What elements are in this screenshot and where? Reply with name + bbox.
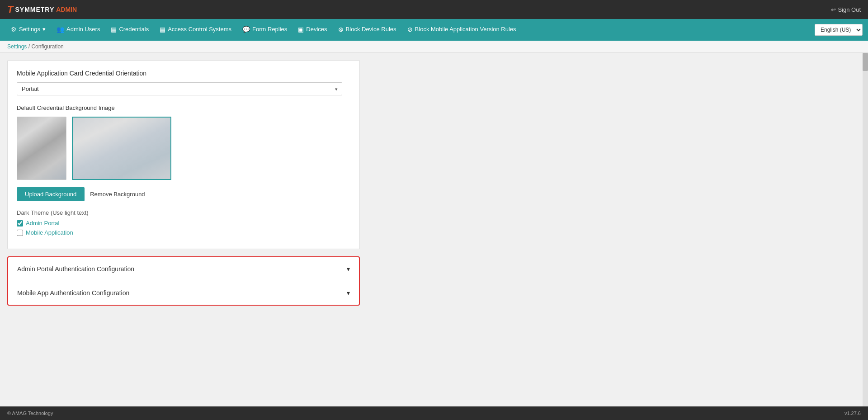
orientation-select[interactable]: Portait Landscape: [17, 82, 342, 95]
mobile-auth-title: Mobile App Authentication Configuration: [17, 289, 129, 297]
orientation-select-wrapper: Portait Landscape ▾: [17, 82, 350, 95]
nav-settings[interactable]: ⚙ Settings ▾: [5, 19, 51, 41]
nav-access-control-label: Access Control Systems: [168, 26, 231, 33]
logo-text: SYMMETRY: [15, 6, 54, 13]
version: v1.27.6: [844, 411, 861, 416]
dark-theme-label: Dark Theme (Use light text): [17, 209, 350, 216]
signout-label: Sign Out: [838, 6, 861, 13]
settings-icon: ⚙: [11, 26, 17, 33]
admin-portal-checkbox[interactable]: [17, 220, 23, 227]
mobile-app-checkbox[interactable]: [17, 230, 23, 236]
scrollbar[interactable]: [863, 53, 868, 406]
devices-icon: ▣: [298, 26, 304, 33]
background-thumb-1[interactable]: [17, 117, 66, 180]
sign-out-button[interactable]: ↩ Sign Out: [831, 6, 861, 13]
config-card: Mobile Application Card Credential Orien…: [7, 60, 360, 249]
nav-admin-users[interactable]: 👥 Admin Users: [51, 19, 105, 41]
block-device-rules-icon: ⊗: [338, 26, 344, 33]
logo-admin: ADMIN: [56, 6, 77, 13]
block-mobile-app-icon: ⊘: [407, 26, 413, 33]
nav-block-mobile-app[interactable]: ⊘ Block Mobile Application Version Rules: [402, 19, 522, 41]
credentials-icon: ▤: [111, 26, 117, 33]
nav-credentials-label: Credentials: [119, 26, 149, 33]
admin-auth-config-item[interactable]: Admin Portal Authentication Configuratio…: [8, 257, 359, 281]
nav-block-mobile-app-label: Block Mobile Application Version Rules: [415, 26, 516, 33]
nav-devices-label: Devices: [306, 26, 327, 33]
admin-auth-chevron-icon: ▾: [347, 265, 350, 273]
nav-block-device-rules[interactable]: ⊗ Block Device Rules: [333, 19, 402, 41]
nav-devices[interactable]: ▣ Devices: [292, 19, 332, 41]
breadcrumb: Settings / Configuration: [0, 41, 868, 53]
auth-config-section: Admin Portal Authentication Configuratio…: [7, 256, 360, 306]
form-replies-icon: 💬: [242, 26, 250, 33]
footer: © AMAG Technology v1.27.6: [0, 406, 868, 420]
scrollbar-thumb[interactable]: [863, 53, 868, 71]
admin-portal-label[interactable]: Admin Portal: [26, 220, 59, 227]
nav-block-device-rules-label: Block Device Rules: [346, 26, 396, 33]
mobile-app-checkbox-row: Mobile Application: [17, 229, 350, 236]
top-bar: T SYMMETRY ADMIN ↩ Sign Out: [0, 0, 868, 19]
mobile-auth-config-item[interactable]: Mobile App Authentication Configuration …: [8, 281, 359, 305]
admin-users-icon: 👥: [57, 26, 64, 33]
admin-portal-checkbox-row: Admin Portal: [17, 220, 350, 227]
background-images-row: [17, 117, 350, 180]
logo: T SYMMETRY ADMIN: [7, 5, 77, 14]
breadcrumb-current: Configuration: [31, 43, 63, 50]
access-control-icon: ▤: [160, 26, 165, 33]
admin-auth-title: Admin Portal Authentication Configuratio…: [17, 265, 134, 273]
main-content: Mobile Application Card Credential Orien…: [0, 53, 868, 406]
dropdown-arrow-icon: ▾: [42, 26, 46, 33]
dark-theme-section: Dark Theme (Use light text) Admin Portal…: [17, 209, 350, 236]
background-title: Default Credential Background Image: [17, 104, 350, 111]
background-preview[interactable]: [72, 117, 171, 180]
signout-icon: ↩: [831, 6, 836, 13]
background-buttons-row: Upload Background Remove Background: [17, 187, 350, 201]
mobile-auth-chevron-icon: ▾: [347, 289, 350, 297]
nav-access-control[interactable]: ▤ Access Control Systems: [154, 19, 237, 41]
remove-background-button[interactable]: Remove Background: [90, 191, 145, 198]
mobile-app-label[interactable]: Mobile Application: [26, 229, 73, 236]
upload-background-button[interactable]: Upload Background: [17, 187, 85, 201]
logo-symbol: T: [7, 5, 13, 14]
nav-form-replies[interactable]: 💬 Form Replies: [237, 19, 292, 41]
nav-settings-label: Settings: [19, 26, 40, 33]
nav-bar: ⚙ Settings ▾ 👥 Admin Users ▤ Credentials…: [0, 19, 868, 41]
language-select[interactable]: English (US): [815, 24, 863, 36]
copyright: © AMAG Technology: [7, 411, 53, 416]
nav-admin-users-label: Admin Users: [66, 26, 100, 33]
nav-form-replies-label: Form Replies: [252, 26, 287, 33]
nav-credentials[interactable]: ▤ Credentials: [105, 19, 154, 41]
content-area: Mobile Application Card Credential Orien…: [0, 53, 863, 406]
breadcrumb-parent[interactable]: Settings: [7, 43, 27, 50]
orientation-title: Mobile Application Card Credential Orien…: [17, 70, 350, 77]
